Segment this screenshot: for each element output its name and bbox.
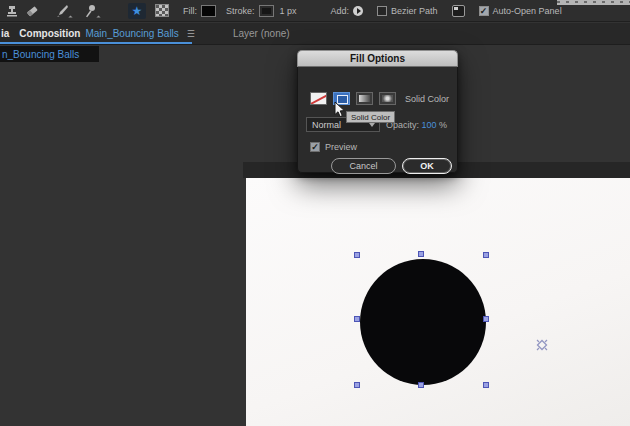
- auto-open-panel-checkbox[interactable]: ✓: [479, 6, 489, 16]
- clone-stamp-tool-button[interactable]: [2, 2, 22, 20]
- opacity-row: Opacity: 100 %: [386, 120, 447, 130]
- eraser-tool-button[interactable]: [22, 2, 42, 20]
- stroke-color-swatch[interactable]: [259, 5, 274, 17]
- dialog-title-bar[interactable]: Fill Options: [297, 50, 458, 67]
- brush-tool-button[interactable]: [52, 2, 72, 20]
- selection-handle-bottom-center[interactable]: [418, 382, 424, 388]
- opacity-value[interactable]: 100: [422, 120, 437, 130]
- fill-radial-gradient-button[interactable]: [379, 92, 396, 105]
- composition-tab-label: Composition: [19, 28, 80, 39]
- dialog-body: Solid Color Normal Solid Color Opacity: …: [297, 67, 458, 173]
- ellipse-shape-layer[interactable]: [360, 259, 486, 385]
- brush-subtool-caret: [68, 15, 72, 19]
- transparency-grid-button[interactable]: [155, 4, 169, 17]
- cancel-button[interactable]: Cancel: [331, 158, 396, 174]
- brush-icon: [55, 4, 69, 18]
- active-tab-underline: [0, 42, 192, 44]
- selection-handle-top-center[interactable]: [418, 251, 424, 257]
- composition-dropdown-label: n_Bouncing Balls: [2, 49, 79, 60]
- dialog-title: Fill Options: [350, 53, 405, 64]
- preview-checkbox[interactable]: ✓: [310, 142, 320, 152]
- selection-handle-middle-right[interactable]: [483, 316, 489, 322]
- selection-handle-bottom-right[interactable]: [483, 382, 489, 388]
- puppet-pin-tool-button[interactable]: [80, 2, 100, 20]
- tooltip-text: Solid Color: [351, 113, 390, 122]
- puppet-pin-icon: [84, 4, 97, 18]
- cropped-tab-fragment: ia: [1, 28, 9, 39]
- solid-color-tooltip: Solid Color: [346, 111, 395, 123]
- tab-layer[interactable]: Layer (none): [233, 28, 290, 39]
- auto-open-panel-label: Auto-Open Panel: [493, 6, 562, 16]
- panel-icon[interactable]: [452, 5, 465, 17]
- mouse-cursor: [334, 101, 346, 118]
- add-label: Add:: [331, 6, 350, 16]
- selection-handle-middle-left[interactable]: [354, 316, 360, 322]
- fill-linear-gradient-button[interactable]: [356, 92, 373, 105]
- star-icon: ★: [132, 5, 143, 17]
- panel-tab-bar: ia Composition Main_Bouncing Balls ☰ Lay…: [0, 23, 630, 45]
- fill-label: Fill:: [183, 6, 197, 16]
- composition-dropdown-item[interactable]: n_Bouncing Balls: [0, 46, 99, 62]
- fill-options-dialog: Fill Options Solid Color Normal Solid Co…: [297, 50, 458, 173]
- ok-button-label: OK: [420, 161, 434, 171]
- anchor-point-icon[interactable]: [534, 337, 550, 353]
- eraser-icon: [25, 4, 39, 18]
- preview-row: ✓ Preview: [310, 142, 357, 152]
- bezier-path-label: Bezier Path: [391, 6, 438, 16]
- opacity-unit: %: [439, 120, 447, 130]
- selection-handle-top-left[interactable]: [354, 252, 360, 258]
- fill-none-button[interactable]: [310, 92, 327, 105]
- cancel-button-label: Cancel: [349, 161, 377, 171]
- fill-color-swatch[interactable]: [201, 5, 216, 17]
- preview-label: Preview: [325, 142, 357, 152]
- selection-handle-bottom-left[interactable]: [354, 382, 360, 388]
- puppet-subtool-caret: [96, 15, 100, 19]
- tool-options-bar: ★ Fill: Stroke: 1 px Add: Bezier Path ✓ …: [0, 0, 630, 22]
- composition-name: Main_Bouncing Balls: [85, 28, 178, 39]
- partial-panel-strip: [557, 0, 630, 5]
- tab-composition[interactable]: Composition Main_Bouncing Balls ☰: [19, 28, 195, 39]
- clone-stamp-icon: [5, 4, 19, 18]
- fill-type-label: Solid Color: [405, 94, 449, 104]
- ok-button[interactable]: OK: [402, 158, 452, 174]
- selection-handle-top-right[interactable]: [483, 252, 489, 258]
- after-effects-window: ★ Fill: Stroke: 1 px Add: Bezier Path ✓ …: [0, 0, 630, 426]
- chevron-down-icon: [369, 123, 375, 127]
- add-shape-menu-icon[interactable]: [353, 6, 363, 16]
- bezier-path-checkbox[interactable]: [377, 6, 387, 16]
- shape-star-tool-button[interactable]: ★: [128, 3, 146, 19]
- blend-mode-value: Normal: [312, 120, 341, 130]
- stroke-label: Stroke:: [226, 6, 255, 16]
- panel-menu-icon[interactable]: ☰: [187, 29, 195, 39]
- stroke-width-value[interactable]: 1 px: [280, 6, 297, 16]
